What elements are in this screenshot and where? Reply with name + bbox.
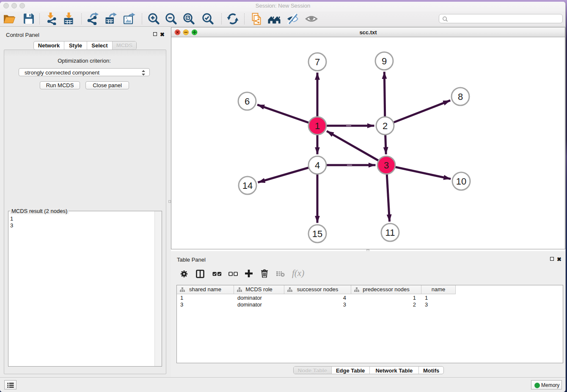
svg-text:6: 6 [245, 96, 250, 107]
svg-text:7: 7 [315, 57, 320, 67]
svg-text:8: 8 [458, 91, 463, 102]
svg-text:3: 3 [384, 160, 389, 171]
svg-text:1: 1 [315, 121, 320, 131]
svg-text:14: 14 [242, 180, 253, 191]
svg-text:9: 9 [382, 56, 387, 66]
svg-text:15: 15 [312, 229, 322, 239]
svg-text:10: 10 [456, 176, 466, 187]
svg-text:2: 2 [383, 121, 388, 131]
svg-text:11: 11 [385, 227, 395, 238]
svg-text:4: 4 [315, 160, 320, 171]
